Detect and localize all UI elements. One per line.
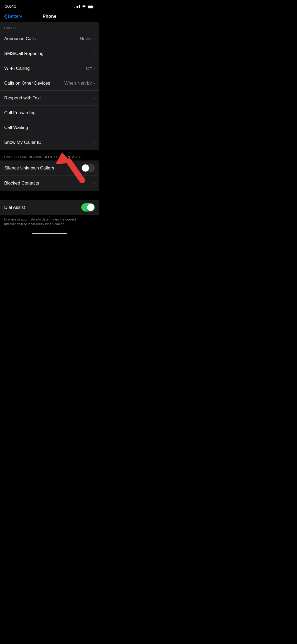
respond-text-label: Respond with Text bbox=[4, 95, 41, 101]
call-forwarding-label: Call Forwarding bbox=[4, 110, 36, 116]
announce-calls-label: Announce Calls bbox=[4, 36, 36, 42]
chevron-icon: › bbox=[93, 66, 95, 71]
dial-assist-label: Dial Assist bbox=[4, 205, 25, 210]
dial-assist-gap bbox=[0, 191, 99, 200]
calls-section-header: CALLS bbox=[0, 22, 99, 31]
chevron-icon: › bbox=[93, 96, 95, 100]
status-time: 10:41 bbox=[5, 4, 16, 9]
back-button[interactable]: Battery bbox=[4, 14, 22, 19]
wifi-icon bbox=[82, 5, 86, 8]
call-waiting-label: Call Waiting bbox=[4, 125, 28, 130]
toggle-knob bbox=[87, 204, 94, 211]
chevron-icon: › bbox=[93, 111, 95, 115]
battery-icon bbox=[88, 5, 94, 8]
dial-assist-toggle[interactable] bbox=[81, 203, 95, 211]
respond-text-item[interactable]: Respond with Text › bbox=[0, 91, 99, 105]
back-label: Battery bbox=[8, 14, 22, 19]
sms-call-reporting-item[interactable]: SMS/Call Reporting › bbox=[0, 46, 99, 61]
wifi-calling-item[interactable]: Wi-Fi Calling Off › bbox=[0, 61, 99, 76]
silencing-section-header: CALL SILENCING AND BLOCKED CONTACTS bbox=[0, 150, 99, 160]
silence-unknown-item[interactable]: Silence Unknown Callers bbox=[0, 160, 99, 176]
home-indicator bbox=[0, 231, 99, 237]
chevron-icon: › bbox=[93, 51, 95, 56]
blocked-contacts-label: Blocked Contacts bbox=[4, 181, 39, 186]
blocked-contacts-item[interactable]: Blocked Contacts › bbox=[0, 176, 99, 191]
chevron-icon: › bbox=[93, 36, 95, 41]
silencing-section-label: CALL SILENCING AND BLOCKED CONTACTS bbox=[4, 155, 82, 159]
status-bar: 10:41 bbox=[0, 0, 99, 12]
svg-rect-2 bbox=[88, 6, 93, 8]
dial-assist-description: Dial assist automatically determines the… bbox=[0, 215, 99, 231]
page-title: Phone bbox=[43, 14, 56, 19]
call-waiting-item[interactable]: Call Waiting › bbox=[0, 120, 99, 135]
chevron-icon: › bbox=[93, 125, 95, 130]
silence-unknown-label: Silence Unknown Callers bbox=[4, 165, 54, 171]
dial-assist-item[interactable]: Dial Assist bbox=[0, 200, 99, 215]
wifi-calling-label: Wi-Fi Calling bbox=[4, 66, 30, 71]
chevron-icon: › bbox=[93, 140, 95, 145]
svg-point-0 bbox=[83, 7, 84, 8]
caller-id-label: Show My Caller ID bbox=[4, 140, 41, 145]
silencing-list: Silence Unknown Callers Blocked Contacts… bbox=[0, 160, 99, 191]
calls-list: Announce Calls Never › SMS/Call Reportin… bbox=[0, 31, 99, 150]
calls-other-devices-label: Calls on Other Devices bbox=[4, 81, 50, 86]
signal-icon bbox=[74, 5, 80, 8]
silence-unknown-toggle[interactable] bbox=[81, 164, 95, 172]
toggle-knob bbox=[82, 164, 89, 172]
chevron-icon: › bbox=[93, 81, 95, 86]
dial-assist-list: Dial Assist bbox=[0, 200, 99, 215]
home-bar bbox=[32, 233, 67, 234]
caller-id-item[interactable]: Show My Caller ID › bbox=[0, 135, 99, 150]
call-forwarding-item[interactable]: Call Forwarding › bbox=[0, 105, 99, 120]
announce-calls-item[interactable]: Announce Calls Never › bbox=[0, 31, 99, 46]
calls-other-devices-item[interactable]: Calls on Other Devices When Nearby › bbox=[0, 76, 99, 91]
nav-bar: Battery Phone bbox=[0, 12, 99, 22]
sms-call-reporting-label: SMS/Call Reporting bbox=[4, 51, 44, 56]
calls-section-label: CALLS bbox=[4, 26, 16, 30]
status-icons bbox=[74, 5, 94, 8]
chevron-icon: › bbox=[93, 181, 95, 186]
announce-calls-value: Never › bbox=[80, 36, 95, 42]
